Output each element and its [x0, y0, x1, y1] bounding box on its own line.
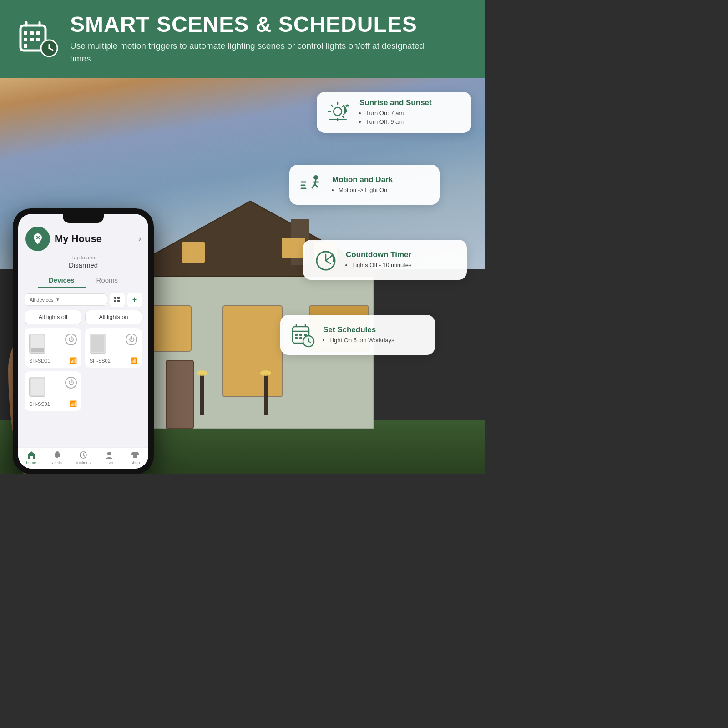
svg-text:✕: ✕ — [35, 234, 40, 241]
svg-rect-23 — [200, 374, 204, 415]
sunrise-card-text: Sunrise and Sunset Turn On: 7 am Turn Of… — [359, 98, 432, 126]
device-card-3[interactable]: ⏻ SH-SS01 📶 — [25, 371, 81, 411]
feature-card-sunrise: Sunrise and Sunset Turn On: 7 am Turn Of… — [317, 92, 471, 133]
device-card-1[interactable]: ⏻ SH-SD01 📶 — [25, 328, 81, 368]
svg-rect-20 — [223, 306, 282, 397]
app-tabs: Devices Rooms — [25, 273, 141, 288]
svg-rect-29 — [117, 297, 120, 299]
svg-point-26 — [260, 370, 271, 376]
header-text: SMART SCENES & SCHEDULES Use multiple mo… — [70, 13, 425, 66]
device-image-2 — [90, 334, 106, 354]
motion-detail-1: Motion -> Light On — [339, 186, 393, 195]
schedule-title: Set Schedules — [323, 325, 394, 334]
phone-frame: ✕ My House › Tap to arm Disarmed Devices… — [13, 208, 154, 474]
feature-card-schedule: Set Schedules Light On 6 pm Workdays — [280, 315, 435, 355]
tab-rooms[interactable]: Rooms — [86, 273, 129, 288]
device-power-btn-3[interactable]: ⏻ — [65, 377, 77, 389]
svg-line-39 — [331, 105, 333, 106]
device-card-bottom-1: SH-SD01 📶 — [29, 357, 77, 364]
countdown-detail-1: Lights Off - 10 minutes — [352, 261, 412, 270]
nav-alerts[interactable]: alerts — [44, 450, 70, 465]
schedule-detail-1: Light On 6 pm Workdays — [329, 336, 394, 345]
all-lights-off-button[interactable]: All lights off — [25, 310, 81, 324]
house-name-label: My House — [55, 233, 134, 245]
device-wifi-icon-3: 📶 — [70, 400, 77, 407]
device-card-top: ⏻ — [29, 334, 77, 354]
nav-routines-label: routines — [76, 460, 91, 465]
nav-home[interactable]: home — [18, 450, 44, 465]
device-name-2: SH-SS02 — [90, 358, 111, 364]
arm-button[interactable]: ✕ — [25, 227, 50, 251]
svg-rect-28 — [114, 297, 116, 299]
schedule-icon — [289, 321, 317, 349]
phone-screen: ✕ My House › Tap to arm Disarmed Devices… — [18, 214, 148, 469]
nav-shop-label: shop — [131, 460, 140, 465]
sunrise-details: Turn On: 7 am Turn Off: 9 am — [359, 109, 432, 126]
bottom-navigation: home alerts routines user — [18, 447, 148, 469]
svg-line-50 — [326, 261, 330, 263]
motion-details: Motion -> Light On — [332, 186, 393, 195]
device-card-bottom-3: SH-SS01 📶 — [29, 400, 77, 407]
scene-area: ✕ My House › Tap to arm Disarmed Devices… — [0, 78, 485, 474]
sunrise-icon — [326, 99, 353, 126]
countdown-details: Lights Off - 10 minutes — [346, 261, 412, 270]
devices-grid: ⏻ SH-SD01 📶 ⏻ — [18, 328, 148, 411]
svg-rect-22 — [166, 360, 193, 429]
svg-rect-4 — [24, 38, 27, 41]
device-wifi-icon-2: 📶 — [130, 357, 137, 364]
svg-rect-56 — [299, 334, 302, 336]
device-card-top-2: ⏻ — [90, 334, 137, 354]
sunrise-detail-1: Turn On: 7 am — [366, 109, 432, 118]
svg-rect-17 — [282, 238, 305, 258]
countdown-icon — [312, 246, 339, 273]
device-image-3 — [29, 377, 46, 397]
svg-rect-30 — [114, 300, 116, 302]
svg-rect-31 — [117, 300, 120, 302]
sunrise-detail-2: Turn Off: 9 am — [366, 117, 432, 126]
svg-rect-5 — [30, 38, 34, 41]
device-card-top-3: ⏻ — [29, 377, 77, 397]
phone-mockup: ✕ My House › Tap to arm Disarmed Devices… — [13, 208, 154, 474]
device-name-1: SH-SD01 — [29, 358, 50, 364]
header: SMART SCENES & SCHEDULES Use multiple mo… — [0, 0, 485, 78]
feature-card-motion: Motion and Dark Motion -> Light On — [289, 165, 440, 205]
device-power-btn-1[interactable]: ⏻ — [65, 334, 77, 345]
schedule-card-text: Set Schedules Light On 6 pm Workdays — [323, 325, 394, 345]
header-title: SMART SCENES & SCHEDULES — [70, 13, 425, 37]
motion-card-text: Motion and Dark Motion -> Light On — [332, 175, 393, 195]
header-subtitle: Use multiple motion triggers to automate… — [70, 40, 425, 66]
device-image-1 — [29, 334, 46, 354]
svg-marker-42 — [345, 104, 349, 107]
nav-shop[interactable]: shop — [122, 450, 148, 465]
filter-label: All devices — [30, 297, 54, 303]
tab-devices[interactable]: Devices — [38, 273, 86, 288]
all-lights-on-button[interactable]: All lights on — [85, 310, 142, 324]
svg-rect-16 — [182, 242, 205, 263]
svg-rect-6 — [36, 38, 40, 41]
device-name-3: SH-SS01 — [29, 401, 50, 407]
status-label: Disarmed — [18, 261, 148, 273]
lights-control-row: All lights off All lights on — [18, 310, 148, 328]
motion-title: Motion and Dark — [332, 175, 393, 184]
svg-rect-57 — [304, 334, 307, 336]
svg-rect-3 — [36, 31, 40, 35]
nav-routines[interactable]: routines — [70, 450, 96, 465]
svg-rect-24 — [264, 374, 268, 415]
nav-home-label: home — [26, 460, 36, 465]
device-card-2[interactable]: ⏻ SH-SS02 📶 — [85, 328, 142, 368]
device-wifi-icon-1: 📶 — [70, 357, 77, 364]
chevron-right-icon[interactable]: › — [138, 234, 141, 243]
add-device-button[interactable]: + — [127, 293, 142, 307]
device-filter-dropdown[interactable]: All devices ▾ — [25, 293, 107, 306]
countdown-card-text: Countdown Timer Lights Off - 10 minutes — [346, 250, 412, 270]
svg-rect-2 — [30, 31, 34, 35]
svg-rect-58 — [295, 337, 298, 339]
nav-user-label: user — [105, 460, 113, 465]
grid-view-button[interactable] — [110, 293, 125, 307]
tap-to-arm-label: Tap to arm — [18, 255, 148, 261]
device-card-bottom-2: SH-SS02 📶 — [90, 357, 137, 364]
nav-user[interactable]: user — [96, 450, 122, 465]
device-power-btn-2[interactable]: ⏻ — [126, 334, 137, 345]
sunrise-title: Sunrise and Sunset — [359, 98, 432, 107]
svg-point-34 — [334, 107, 342, 116]
